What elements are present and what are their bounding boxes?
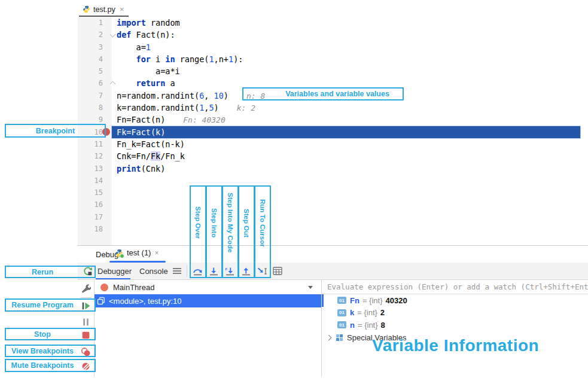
code-line[interactable]: print(Cnk) <box>112 163 580 175</box>
toolbar-separator <box>80 297 92 298</box>
line-number[interactable]: 5 <box>78 65 112 77</box>
debug-toolbar: Debugger Console F <box>78 263 588 280</box>
special-variables-icon <box>336 334 343 342</box>
variable-type: = {int} <box>358 321 378 330</box>
annotation-step-into-my-code-label: Step Into My Code <box>227 193 234 252</box>
stack-frame-icon <box>97 297 105 305</box>
layout-menu-icon[interactable] <box>172 267 182 275</box>
line-number[interactable]: 14 <box>78 175 112 187</box>
line-number[interactable]: 8 <box>78 102 112 114</box>
annotation-stop-box: Stop <box>5 328 96 340</box>
annotation-resume-program-label: Resume Program <box>11 301 74 309</box>
line-number[interactable]: 6 <box>78 77 112 89</box>
annotation-run-to-cursor-box: Run To Cursor <box>254 185 271 278</box>
evaluate-expression-input[interactable]: Evaluate expression (Enter) or add a wat… <box>322 280 588 294</box>
debug-tab-title: test (1) <box>127 248 151 257</box>
code-line[interactable]: import random <box>112 17 580 29</box>
annotation-rerun-label: Rerun <box>32 268 53 276</box>
code-line[interactable]: for i in range(1,n+1): <box>112 53 580 65</box>
annotation-view-breakpoints-label: View Breakpoints <box>11 347 74 355</box>
variable-type: = {int} <box>357 308 377 317</box>
stack-frame-row[interactable]: <module>, test.py:10 <box>95 294 321 307</box>
variable-name: n <box>350 321 355 330</box>
editor-tabbar: test.py × <box>78 3 580 17</box>
inline-debug-value: Fn: 40320 <box>183 115 225 124</box>
stack-frame-label: <module>, test.py:10 <box>109 297 181 306</box>
debug-run-tab[interactable]: test (1) × <box>115 248 159 257</box>
variables-list: 01Fn= {int}4032001k= {int}201n= {int}8 <box>322 294 588 331</box>
variable-value: 2 <box>380 308 385 317</box>
int-type-icon: 01 <box>337 297 346 304</box>
code-line[interactable] <box>112 223 580 235</box>
annotation-step-over-box: Step Over <box>190 185 206 278</box>
variable-row[interactable]: 01k= {int}2 <box>322 307 588 319</box>
variable-row[interactable]: 01Fn= {int}40320 <box>322 294 588 307</box>
line-number[interactable]: 2 <box>78 29 112 41</box>
annotation-inline-variables-box: Variables and variable values <box>242 87 404 100</box>
annotation-step-into-my-code-box: Step Into My Code <box>222 185 239 278</box>
variable-type: = {int} <box>362 296 383 305</box>
annotation-stop-label: Stop <box>34 330 51 339</box>
pause-program-icon[interactable] <box>81 317 91 327</box>
line-number[interactable]: 3 <box>78 41 112 53</box>
code-line[interactable]: Fk=Fact(k) <box>112 126 580 138</box>
line-number[interactable]: 15 <box>78 187 112 199</box>
variable-value: 40320 <box>386 296 407 305</box>
code-line[interactable] <box>112 199 580 211</box>
line-number[interactable]: 4 <box>78 53 112 65</box>
tab-debugger[interactable]: Debugger <box>98 263 132 279</box>
code-line[interactable]: def Fact(n): <box>112 29 580 41</box>
int-type-icon: 01 <box>337 321 346 328</box>
evaluate-expression-icon[interactable] <box>273 267 282 275</box>
chevron-down-icon[interactable] <box>308 286 313 289</box>
variables-panel: Evaluate expression (Enter) or add a wat… <box>321 280 588 377</box>
code-line[interactable] <box>112 175 580 187</box>
annotation-view-breakpoints-box: View Breakpoints <box>5 345 96 357</box>
annotation-run-to-cursor-label: Run To Cursor <box>259 199 266 247</box>
variable-row[interactable]: 01n= {int}8 <box>322 319 588 331</box>
line-number[interactable]: 11 <box>78 138 112 150</box>
code-line[interactable]: a=a*i <box>112 65 580 77</box>
annotation-breakpoint-label: Breakpoint <box>36 127 75 135</box>
chevron-right-icon[interactable] <box>326 334 332 340</box>
line-number[interactable]: 17 <box>78 211 112 223</box>
variable-name: k <box>350 308 354 317</box>
tab-test-py[interactable]: test.py × <box>79 3 129 17</box>
line-number[interactable]: 16 <box>78 199 112 211</box>
selected-frame-accent <box>322 294 324 307</box>
close-icon[interactable]: × <box>154 249 159 257</box>
running-indicator-dot <box>120 254 124 258</box>
annotation-step-out-box: Step Out <box>238 185 255 278</box>
code-line[interactable]: Cnk=Fn/Fk/Fn_k <box>112 150 580 162</box>
debugger-tab-underline <box>96 278 130 280</box>
code-line[interactable]: Fn_k=Fact(n-k) <box>112 138 580 150</box>
settings-wrench-icon[interactable] <box>81 284 91 294</box>
toolbar-separator <box>187 265 187 277</box>
line-number[interactable]: 13 <box>78 163 112 175</box>
line-number[interactable]: 18 <box>78 223 112 235</box>
annotation-step-into-box: Step Into <box>206 185 223 278</box>
thread-status-icon <box>100 284 108 291</box>
code-line[interactable]: k=random.randint(1,5)k: 2 <box>112 102 580 114</box>
annotation-step-into-label: Step Into <box>211 208 218 237</box>
code-line[interactable] <box>112 187 580 199</box>
editor-code[interactable]: import randomdef Fact(n): a=1 for i in r… <box>112 17 580 245</box>
thread-selector[interactable]: MainThread <box>95 280 321 294</box>
tab-console[interactable]: Console <box>139 263 168 279</box>
code-line[interactable]: Fn=Fact(n)Fn: 40320 <box>112 114 580 126</box>
line-number[interactable]: 12 <box>78 150 112 162</box>
annotation-resume-program-box: Resume Program <box>5 298 96 312</box>
line-number[interactable]: 7 <box>78 90 112 102</box>
annotation-rerun-box: Rerun <box>5 266 96 278</box>
close-icon[interactable]: × <box>120 5 124 14</box>
code-line[interactable]: a=1 <box>112 41 580 53</box>
thread-name: MainThread <box>113 283 154 292</box>
frames-panel: MainThread <module>, test.py:10 <box>95 280 321 377</box>
tab-title: test.py <box>93 5 115 14</box>
screenshot-canvas: test.py × 123456789101112131415161718 im… <box>0 0 588 387</box>
variable-value: 8 <box>381 321 385 330</box>
line-number[interactable]: 1 <box>78 17 112 29</box>
code-line[interactable] <box>112 211 580 223</box>
python-icon <box>83 5 90 13</box>
annotation-breakpoint-box: Breakpoint <box>5 124 106 138</box>
